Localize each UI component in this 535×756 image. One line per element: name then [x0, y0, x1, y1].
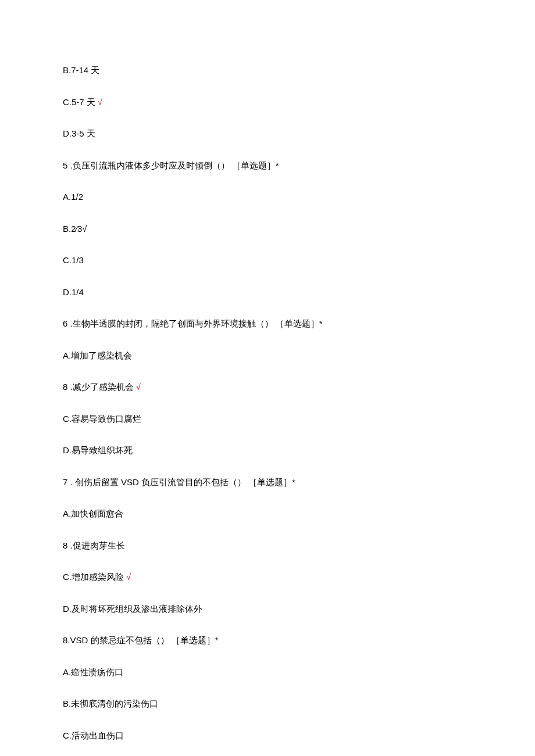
line-text: D.3-5 天 [63, 128, 95, 138]
document-body: B.7-14 天C.5-7 天√D.3-5 天5 .负压引流瓶内液体多少时应及时… [63, 64, 472, 756]
text-line: 8 .减少了感染机会√ [63, 381, 472, 394]
text-line: 7 . 创伤后留置 VSD 负压引流管目的不包括（） ［单选题］* [63, 476, 472, 489]
text-line: A.癌性溃疡伤口 [63, 666, 472, 679]
line-text: A.癌性溃疡伤口 [63, 667, 123, 677]
line-text: C.容易导致伤口腐烂 [63, 414, 141, 424]
line-text: B.2⁄3√ [63, 224, 87, 234]
text-line: 8.VSD 的禁忌症不包括（） ［单选题］* [63, 634, 472, 647]
text-line: C.容易导致伤口腐烂 [63, 413, 472, 426]
line-text: 8 .促进肉芽生长 [63, 540, 125, 550]
text-line: 5 .负压引流瓶内液体多少时应及时倾倒（） ［单选题］* [63, 159, 472, 173]
text-line: C.5-7 天√ [63, 96, 472, 109]
text-line: B.7-14 天 [63, 64, 472, 77]
line-text: B.7-14 天 [63, 65, 99, 75]
line-text: C.增加感染风险 [63, 572, 124, 582]
line-text: D.及时将坏死组织及渗出液排除体外 [63, 604, 202, 614]
line-text: C.活动出血伤口 [63, 730, 124, 740]
line-text: A.加快创面愈合 [63, 508, 123, 518]
line-text: C.1/3 [63, 255, 84, 265]
text-line: 8 .促进肉芽生长 [63, 539, 472, 553]
text-line: A.加快创面愈合 [63, 507, 472, 521]
text-line: C.增加感染风险√ [63, 571, 472, 584]
text-line: C.1/3 [63, 254, 472, 267]
text-line: B.未彻底清创的污染伤口 [63, 697, 472, 711]
line-text: 5 .负压引流瓶内液体多少时应及时倾倒（） ［单选题］* [63, 160, 279, 170]
checkmark-icon: √ [98, 97, 102, 107]
text-line: D.1/4 [63, 286, 472, 299]
line-text: D.易导致组织坏死 [63, 445, 133, 455]
line-text: 8 .减少了感染机会 [63, 382, 134, 392]
text-line: C.活动出血伤口 [63, 729, 472, 743]
text-line: D.易导致组织坏死 [63, 444, 472, 457]
text-line: D.及时将坏死组织及渗出液排除体外 [63, 603, 472, 616]
text-line: A.1/2 [63, 191, 472, 204]
line-text: B.未彻底清创的污染伤口 [63, 698, 158, 708]
line-text: 6 .生物半透膜的封闭，隔绝了创面与外界环境接触（） ［单选题］* [63, 318, 323, 328]
checkmark-icon: √ [136, 382, 141, 392]
text-line: A.增加了感染机会 [63, 349, 472, 363]
checkmark-icon: √ [126, 572, 131, 582]
line-text: A.增加了感染机会 [63, 350, 132, 360]
line-text: D.1/4 [63, 287, 84, 297]
text-line: D.3-5 天 [63, 127, 472, 141]
line-text: A.1/2 [63, 192, 83, 202]
line-text: C.5-7 天 [63, 97, 95, 107]
line-text: 8.VSD 的禁忌症不包括（） ［单选题］* [63, 635, 219, 645]
line-text: 7 . 创伤后留置 VSD 负压引流管目的不包括（） ［单选题］* [63, 477, 295, 487]
text-line: 6 .生物半透膜的封闭，隔绝了创面与外界环境接触（） ［单选题］* [63, 317, 472, 331]
text-line: B.2⁄3√ [63, 223, 472, 236]
